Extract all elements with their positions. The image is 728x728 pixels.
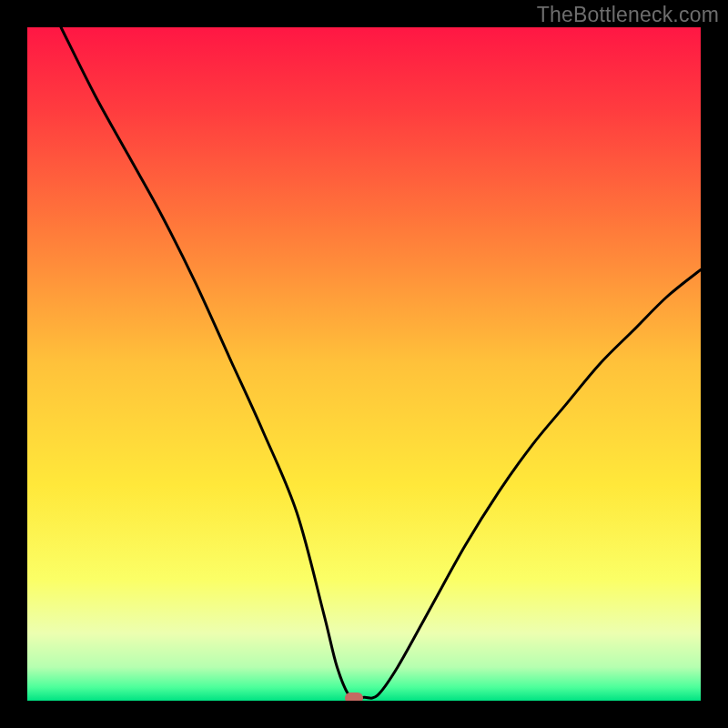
curve-svg (27, 27, 701, 701)
chart-frame: TheBottleneck.com (0, 0, 728, 728)
watermark-text: TheBottleneck.com (537, 3, 719, 27)
plot-area (27, 27, 701, 701)
minimum-marker (345, 693, 363, 701)
bottleneck-curve (61, 27, 701, 700)
